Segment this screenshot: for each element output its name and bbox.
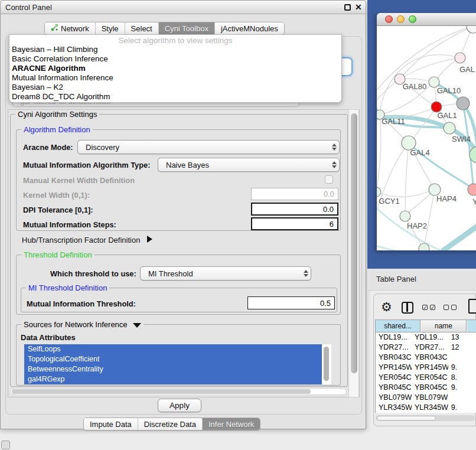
aracne-mode-label: Aracne Mode:: [23, 143, 73, 152]
aracne-mode-combo[interactable]: Discovery: [77, 140, 340, 154]
network-node-swi4[interactable]: [444, 122, 455, 134]
tab-label: jActiveMNodules: [221, 24, 278, 33]
table-panel-window: ⚙ ✓ ✓ shared... name A YDL19...YDL19...1…: [373, 294, 476, 426]
close-icon[interactable]: ✕: [355, 2, 362, 12]
which-threshold-value: MI Threshold: [148, 269, 301, 278]
network-node-hap2[interactable]: [400, 211, 410, 221]
dpi-tolerance-field[interactable]: 0.0: [251, 203, 338, 216]
control-panel-window: Control Panel ✕ NetworkStyleSelectCyni T…: [0, 0, 366, 429]
algorithm-option-bayesian-k2[interactable]: Bayesian – K2: [9, 83, 341, 92]
tab-infer-network[interactable]: Infer Network: [203, 418, 260, 430]
stepper-arrows-icon: [301, 267, 311, 280]
network-window-titlebar[interactable]: [377, 13, 476, 26]
table-scrollbar-thumb[interactable]: [377, 416, 436, 420]
network-node[interactable]: [419, 243, 429, 250]
mi-algorithm-type-combo[interactable]: Naive Bayes: [158, 158, 340, 172]
tab-style[interactable]: Style: [96, 22, 125, 34]
control-panel-titlebar[interactable]: Control Panel ✕: [1, 1, 366, 14]
mi-steps-value: 6: [330, 220, 334, 229]
table-row-ybr043c[interactable]: YBR043CYBR043C: [376, 353, 476, 363]
vertical-scrollbar-thumb[interactable]: [351, 113, 357, 373]
table-row-ydl19[interactable]: YDL19...YDL19...13: [376, 332, 476, 343]
hub-section-label: Hub/Transcription Factor Definition: [22, 236, 140, 244]
table-cell: YLR345W: [412, 403, 448, 413]
list-scrollbar-thumb[interactable]: [324, 347, 329, 381]
control-panel-title: Control Panel: [5, 3, 52, 12]
attribute-item-topologicalcoefficient[interactable]: TopologicalCoefficient: [24, 354, 322, 364]
float-window-icon[interactable]: [344, 4, 351, 11]
attribute-item-selfloops[interactable]: SelfLoops: [24, 344, 322, 354]
network-node[interactable]: [457, 97, 470, 110]
table-panel-header: Table Panel: [367, 269, 476, 291]
tab-discretize-data[interactable]: Discretize Data: [138, 418, 203, 430]
table-row-ydr27[interactable]: YDR27...YDR27...12: [376, 343, 476, 353]
algorithm-option-dream8-dc-tdc-algorithm[interactable]: Dream8 DC_TDC Algorithm: [9, 92, 341, 102]
unchecked-box-icon[interactable]: [451, 305, 457, 310]
network-node-gal[interactable]: [455, 53, 465, 63]
collapsed-panel-button[interactable]: [1, 441, 10, 449]
network-edge: [377, 115, 381, 192]
manual-kernel-width-checkbox[interactable]: [325, 175, 333, 184]
data-attributes-list[interactable]: SelfLoopsTopologicalCoefficientBetweenne…: [24, 344, 331, 384]
split-columns-icon[interactable]: [402, 302, 413, 314]
collapse-arrow-icon[interactable]: [133, 323, 141, 328]
table-row-yer054c[interactable]: YER054CYER054C8.: [376, 373, 476, 383]
column-header-name[interactable]: name: [421, 320, 467, 332]
algorithm-option-aracne-algorithm[interactable]: ARACNE Algorithm: [9, 64, 341, 73]
table-cell: YBR043C: [376, 353, 412, 363]
network-node-y[interactable]: [468, 184, 476, 195]
data-attributes-label: Data Attributes: [21, 333, 76, 342]
table-row-ypr145w[interactable]: YPR145WYPR145W9.: [376, 363, 476, 373]
horizontal-scrollbar-thumb[interactable]: [12, 389, 311, 394]
algorithm-option-mutual-information-inference[interactable]: Mutual Information Inference: [9, 73, 341, 83]
attribute-item-betweennesscentrality[interactable]: BetweennessCentrality: [24, 364, 322, 374]
mi-algorithm-type-label: Mutual Information Algorithm Type:: [23, 161, 150, 169]
tab-impute-data[interactable]: Impute Data: [84, 418, 138, 430]
settings-vertical-scrollbar[interactable]: [348, 109, 359, 397]
mi-steps-field[interactable]: 6: [251, 217, 338, 230]
table-horizontal-scrollbar[interactable]: [376, 415, 475, 421]
attribute-item-gal4rgexp[interactable]: gal4RGexp: [24, 374, 322, 384]
zoom-traffic-light-icon[interactable]: [409, 15, 416, 23]
node-label-gal80: GAL80: [403, 82, 426, 91]
column-header-shared-name[interactable]: shared...: [376, 320, 420, 332]
network-node-gcy1[interactable]: [377, 187, 381, 197]
new-table-icon[interactable]: [468, 299, 476, 314]
table-cell: YBR045C: [376, 383, 412, 393]
algorithm-option-bayesian-hill-climbing[interactable]: Bayesian – Hill Climbing: [9, 45, 341, 54]
bottom-tabs: Impute DataDiscretize DataInfer Network: [83, 418, 260, 431]
which-threshold-combo[interactable]: MI Threshold: [140, 266, 311, 281]
node-label-swi4: SWI4: [452, 135, 471, 144]
unchecked-box-icon[interactable]: [444, 305, 449, 310]
mi-threshold-field[interactable]: 0.5: [247, 296, 335, 309]
network-node[interactable]: [467, 26, 476, 33]
network-edge: [405, 143, 409, 216]
checked-box-icon[interactable]: ✓: [422, 305, 428, 310]
table-row-ybr045c[interactable]: YBR045CYBR045C9.: [376, 383, 476, 393]
close-traffic-light-icon[interactable]: [385, 15, 393, 23]
stepper-arrows-icon: [330, 141, 339, 154]
table-cell: YER054C: [376, 373, 412, 383]
tab-network[interactable]: Network: [45, 22, 96, 34]
hub-section[interactable]: Hub/Transcription Factor Definition: [22, 236, 152, 244]
table-cell: [448, 393, 476, 403]
table-row-ylr345w[interactable]: YLR345WYLR345W9.: [376, 403, 476, 413]
column-header-clipped[interactable]: A: [467, 320, 476, 332]
threshold-definition-title: Threshold Definition: [21, 250, 94, 259]
dpi-tolerance-value: 0.0: [323, 205, 334, 214]
tab-cyni-toolbox[interactable]: Cyni Toolbox: [159, 22, 215, 34]
network-node-hap4[interactable]: [429, 184, 441, 195]
network-canvas[interactable]: GALGAL80GAL10GAL1GAL11SWI4GAL4GCY1HAP4YH…: [377, 26, 476, 250]
checked-box-icon[interactable]: ✓: [430, 305, 435, 310]
tab-label: Style: [102, 24, 119, 33]
apply-button[interactable]: Apply: [158, 399, 201, 412]
tab-select[interactable]: Select: [125, 22, 159, 34]
algorithm-option-basic-correlation-inference[interactable]: Basic Correlation Inference: [9, 54, 341, 64]
tab-jactivemnodules[interactable]: jActiveMNodules: [215, 22, 284, 34]
kernel-width-field: 0.0: [251, 188, 338, 200]
minimize-traffic-light-icon[interactable]: [397, 15, 405, 23]
gear-icon[interactable]: ⚙: [381, 300, 392, 314]
table-row-ybl079w[interactable]: YBL079WYBL079W: [376, 393, 476, 403]
settings-horizontal-scrollbar[interactable]: [10, 388, 347, 395]
expand-arrow-icon[interactable]: [147, 236, 152, 243]
